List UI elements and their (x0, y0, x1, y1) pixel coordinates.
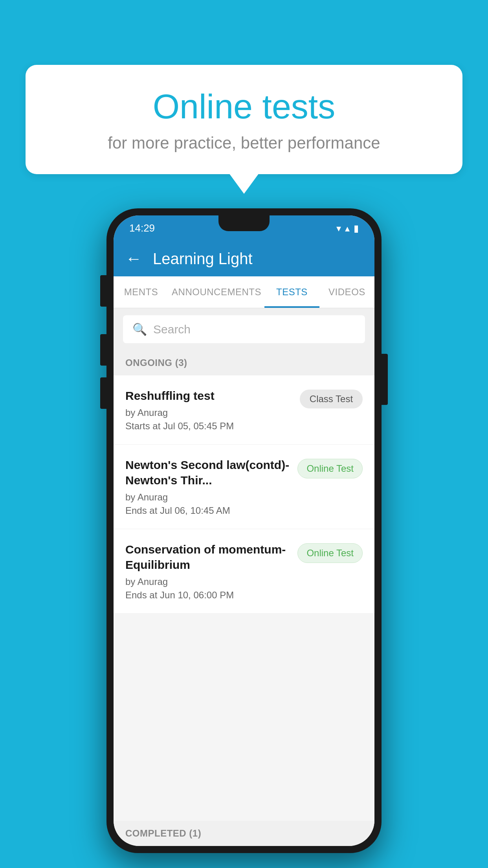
test-name-3: Conservation of momentum-Equilibrium (125, 542, 290, 572)
test-info-1: Reshuffling test by Anurag Starts at Jul… (125, 388, 300, 432)
completed-section-header: COMPLETED (1) (114, 821, 374, 846)
test-item-1[interactable]: Reshuffling test by Anurag Starts at Jul… (114, 375, 374, 445)
signal-icon: ▴ (345, 223, 350, 234)
test-item-3[interactable]: Conservation of momentum-Equilibrium by … (114, 529, 374, 614)
test-list: Reshuffling test by Anurag Starts at Jul… (114, 375, 374, 614)
status-icons: ▾ ▴ ▮ (336, 223, 359, 234)
test-info-3: Conservation of momentum-Equilibrium by … (125, 542, 297, 601)
phone-mockup: 14:29 ▾ ▴ ▮ ← Learning Light MENTS ANNOU… (106, 208, 382, 853)
wifi-icon: ▾ (336, 223, 341, 234)
search-icon: 🔍 (132, 322, 147, 336)
phone-screen: 14:29 ▾ ▴ ▮ ← Learning Light MENTS ANNOU… (114, 215, 374, 846)
status-time: 14:29 (129, 222, 155, 234)
speech-bubble-title: Online tests (49, 86, 439, 127)
speech-bubble-subtitle: for more practice, better performance (49, 134, 439, 153)
test-badge-2: Online Test (297, 459, 363, 478)
battery-icon: ▮ (354, 223, 359, 234)
test-badge-3: Online Test (297, 543, 363, 563)
app-header: ← Learning Light (114, 241, 374, 276)
test-name-2: Newton's Second law(contd)-Newton's Thir… (125, 457, 290, 488)
test-name-1: Reshuffling test (125, 388, 292, 403)
app-title: Learning Light (153, 250, 253, 268)
speech-bubble: Online tests for more practice, better p… (26, 65, 462, 174)
back-button[interactable]: ← (125, 250, 142, 267)
ongoing-section-header: ONGOING (3) (114, 350, 374, 375)
test-date-3: Ends at Jun 10, 06:00 PM (125, 590, 290, 601)
search-placeholder: Search (153, 323, 191, 336)
test-badge-1: Class Test (300, 390, 363, 408)
tabs-container: MENTS ANNOUNCEMENTS TESTS VIDEOS (114, 276, 374, 308)
search-bar[interactable]: 🔍 Search (123, 315, 365, 343)
test-author-3: by Anurag (125, 576, 290, 587)
test-info-2: Newton's Second law(contd)-Newton's Thir… (125, 457, 297, 516)
speech-bubble-container: Online tests for more practice, better p… (26, 65, 462, 194)
tab-tests[interactable]: TESTS (264, 276, 319, 308)
test-author-1: by Anurag (125, 407, 292, 418)
test-date-1: Starts at Jul 05, 05:45 PM (125, 421, 292, 432)
phone-notch (218, 215, 270, 231)
tab-announcements[interactable]: ANNOUNCEMENTS (169, 276, 264, 308)
speech-bubble-arrow (229, 173, 259, 194)
tab-ments[interactable]: MENTS (114, 276, 169, 308)
phone-outer: 14:29 ▾ ▴ ▮ ← Learning Light MENTS ANNOU… (106, 208, 382, 853)
test-date-2: Ends at Jul 06, 10:45 AM (125, 505, 290, 516)
search-container: 🔍 Search (114, 308, 374, 350)
test-item-2[interactable]: Newton's Second law(contd)-Newton's Thir… (114, 445, 374, 529)
tab-videos[interactable]: VIDEOS (319, 276, 374, 308)
status-bar: 14:29 ▾ ▴ ▮ (114, 215, 374, 241)
test-author-2: by Anurag (125, 492, 290, 503)
